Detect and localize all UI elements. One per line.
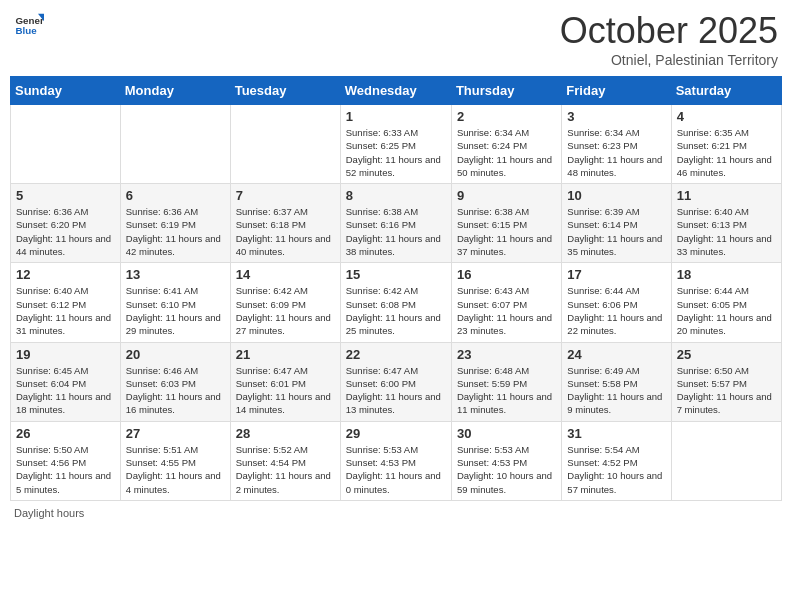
calendar-cell	[11, 105, 121, 184]
footer-note: Daylight hours	[10, 507, 782, 519]
calendar-header-row: SundayMondayTuesdayWednesdayThursdayFrid…	[11, 77, 782, 105]
month-title: October 2025	[560, 10, 778, 52]
day-number: 6	[126, 188, 225, 203]
day-info: Sunrise: 6:39 AM Sunset: 6:14 PM Dayligh…	[567, 205, 665, 258]
day-info: Sunrise: 5:51 AM Sunset: 4:55 PM Dayligh…	[126, 443, 225, 496]
calendar-cell: 14Sunrise: 6:42 AM Sunset: 6:09 PM Dayli…	[230, 263, 340, 342]
calendar-cell: 25Sunrise: 6:50 AM Sunset: 5:57 PM Dayli…	[671, 342, 781, 421]
day-number: 15	[346, 267, 446, 282]
day-info: Sunrise: 6:40 AM Sunset: 6:13 PM Dayligh…	[677, 205, 776, 258]
day-header: Wednesday	[340, 77, 451, 105]
calendar-cell: 23Sunrise: 6:48 AM Sunset: 5:59 PM Dayli…	[451, 342, 561, 421]
calendar-cell: 31Sunrise: 5:54 AM Sunset: 4:52 PM Dayli…	[562, 421, 671, 500]
day-header: Monday	[120, 77, 230, 105]
day-info: Sunrise: 6:41 AM Sunset: 6:10 PM Dayligh…	[126, 284, 225, 337]
location: Otniel, Palestinian Territory	[560, 52, 778, 68]
day-number: 28	[236, 426, 335, 441]
day-number: 30	[457, 426, 556, 441]
day-info: Sunrise: 6:49 AM Sunset: 5:58 PM Dayligh…	[567, 364, 665, 417]
day-info: Sunrise: 6:34 AM Sunset: 6:23 PM Dayligh…	[567, 126, 665, 179]
day-info: Sunrise: 6:47 AM Sunset: 6:01 PM Dayligh…	[236, 364, 335, 417]
calendar-cell: 18Sunrise: 6:44 AM Sunset: 6:05 PM Dayli…	[671, 263, 781, 342]
calendar-cell: 24Sunrise: 6:49 AM Sunset: 5:58 PM Dayli…	[562, 342, 671, 421]
calendar-cell: 19Sunrise: 6:45 AM Sunset: 6:04 PM Dayli…	[11, 342, 121, 421]
title-block: October 2025 Otniel, Palestinian Territo…	[560, 10, 778, 68]
calendar-cell: 22Sunrise: 6:47 AM Sunset: 6:00 PM Dayli…	[340, 342, 451, 421]
day-number: 7	[236, 188, 335, 203]
day-number: 10	[567, 188, 665, 203]
calendar-week-row: 19Sunrise: 6:45 AM Sunset: 6:04 PM Dayli…	[11, 342, 782, 421]
day-number: 8	[346, 188, 446, 203]
calendar-cell	[230, 105, 340, 184]
calendar-cell: 20Sunrise: 6:46 AM Sunset: 6:03 PM Dayli…	[120, 342, 230, 421]
calendar-cell: 5Sunrise: 6:36 AM Sunset: 6:20 PM Daylig…	[11, 184, 121, 263]
calendar: SundayMondayTuesdayWednesdayThursdayFrid…	[10, 76, 782, 501]
day-info: Sunrise: 5:53 AM Sunset: 4:53 PM Dayligh…	[346, 443, 446, 496]
calendar-cell: 15Sunrise: 6:42 AM Sunset: 6:08 PM Dayli…	[340, 263, 451, 342]
day-header: Thursday	[451, 77, 561, 105]
day-number: 13	[126, 267, 225, 282]
day-info: Sunrise: 6:46 AM Sunset: 6:03 PM Dayligh…	[126, 364, 225, 417]
day-number: 17	[567, 267, 665, 282]
day-info: Sunrise: 6:42 AM Sunset: 6:08 PM Dayligh…	[346, 284, 446, 337]
day-header: Friday	[562, 77, 671, 105]
day-number: 29	[346, 426, 446, 441]
calendar-cell: 28Sunrise: 5:52 AM Sunset: 4:54 PM Dayli…	[230, 421, 340, 500]
calendar-cell: 21Sunrise: 6:47 AM Sunset: 6:01 PM Dayli…	[230, 342, 340, 421]
day-number: 14	[236, 267, 335, 282]
day-number: 20	[126, 347, 225, 362]
calendar-cell: 17Sunrise: 6:44 AM Sunset: 6:06 PM Dayli…	[562, 263, 671, 342]
calendar-week-row: 1Sunrise: 6:33 AM Sunset: 6:25 PM Daylig…	[11, 105, 782, 184]
calendar-cell: 16Sunrise: 6:43 AM Sunset: 6:07 PM Dayli…	[451, 263, 561, 342]
day-info: Sunrise: 6:33 AM Sunset: 6:25 PM Dayligh…	[346, 126, 446, 179]
calendar-cell: 1Sunrise: 6:33 AM Sunset: 6:25 PM Daylig…	[340, 105, 451, 184]
day-info: Sunrise: 6:43 AM Sunset: 6:07 PM Dayligh…	[457, 284, 556, 337]
calendar-cell: 3Sunrise: 6:34 AM Sunset: 6:23 PM Daylig…	[562, 105, 671, 184]
day-number: 4	[677, 109, 776, 124]
day-info: Sunrise: 6:37 AM Sunset: 6:18 PM Dayligh…	[236, 205, 335, 258]
day-number: 22	[346, 347, 446, 362]
day-info: Sunrise: 6:44 AM Sunset: 6:05 PM Dayligh…	[677, 284, 776, 337]
day-header: Tuesday	[230, 77, 340, 105]
day-number: 11	[677, 188, 776, 203]
day-info: Sunrise: 6:45 AM Sunset: 6:04 PM Dayligh…	[16, 364, 115, 417]
calendar-cell: 12Sunrise: 6:40 AM Sunset: 6:12 PM Dayli…	[11, 263, 121, 342]
svg-text:General: General	[16, 15, 45, 26]
day-info: Sunrise: 6:36 AM Sunset: 6:20 PM Dayligh…	[16, 205, 115, 258]
day-number: 19	[16, 347, 115, 362]
day-number: 2	[457, 109, 556, 124]
calendar-cell: 27Sunrise: 5:51 AM Sunset: 4:55 PM Dayli…	[120, 421, 230, 500]
day-info: Sunrise: 6:48 AM Sunset: 5:59 PM Dayligh…	[457, 364, 556, 417]
calendar-cell: 6Sunrise: 6:36 AM Sunset: 6:19 PM Daylig…	[120, 184, 230, 263]
day-header: Sunday	[11, 77, 121, 105]
day-info: Sunrise: 6:36 AM Sunset: 6:19 PM Dayligh…	[126, 205, 225, 258]
day-info: Sunrise: 6:50 AM Sunset: 5:57 PM Dayligh…	[677, 364, 776, 417]
calendar-cell: 9Sunrise: 6:38 AM Sunset: 6:15 PM Daylig…	[451, 184, 561, 263]
day-number: 5	[16, 188, 115, 203]
day-number: 31	[567, 426, 665, 441]
day-header: Saturday	[671, 77, 781, 105]
calendar-cell: 8Sunrise: 6:38 AM Sunset: 6:16 PM Daylig…	[340, 184, 451, 263]
day-info: Sunrise: 5:53 AM Sunset: 4:53 PM Dayligh…	[457, 443, 556, 496]
day-number: 26	[16, 426, 115, 441]
day-info: Sunrise: 6:35 AM Sunset: 6:21 PM Dayligh…	[677, 126, 776, 179]
day-info: Sunrise: 6:44 AM Sunset: 6:06 PM Dayligh…	[567, 284, 665, 337]
calendar-cell: 30Sunrise: 5:53 AM Sunset: 4:53 PM Dayli…	[451, 421, 561, 500]
day-info: Sunrise: 6:34 AM Sunset: 6:24 PM Dayligh…	[457, 126, 556, 179]
calendar-week-row: 12Sunrise: 6:40 AM Sunset: 6:12 PM Dayli…	[11, 263, 782, 342]
day-info: Sunrise: 5:52 AM Sunset: 4:54 PM Dayligh…	[236, 443, 335, 496]
day-info: Sunrise: 6:47 AM Sunset: 6:00 PM Dayligh…	[346, 364, 446, 417]
day-number: 24	[567, 347, 665, 362]
day-info: Sunrise: 5:50 AM Sunset: 4:56 PM Dayligh…	[16, 443, 115, 496]
day-number: 3	[567, 109, 665, 124]
calendar-cell: 2Sunrise: 6:34 AM Sunset: 6:24 PM Daylig…	[451, 105, 561, 184]
logo: General Blue	[14, 10, 46, 40]
day-number: 21	[236, 347, 335, 362]
calendar-cell	[671, 421, 781, 500]
calendar-week-row: 26Sunrise: 5:50 AM Sunset: 4:56 PM Dayli…	[11, 421, 782, 500]
svg-text:Blue: Blue	[16, 25, 38, 36]
day-number: 18	[677, 267, 776, 282]
calendar-cell: 4Sunrise: 6:35 AM Sunset: 6:21 PM Daylig…	[671, 105, 781, 184]
calendar-cell: 11Sunrise: 6:40 AM Sunset: 6:13 PM Dayli…	[671, 184, 781, 263]
calendar-cell: 7Sunrise: 6:37 AM Sunset: 6:18 PM Daylig…	[230, 184, 340, 263]
